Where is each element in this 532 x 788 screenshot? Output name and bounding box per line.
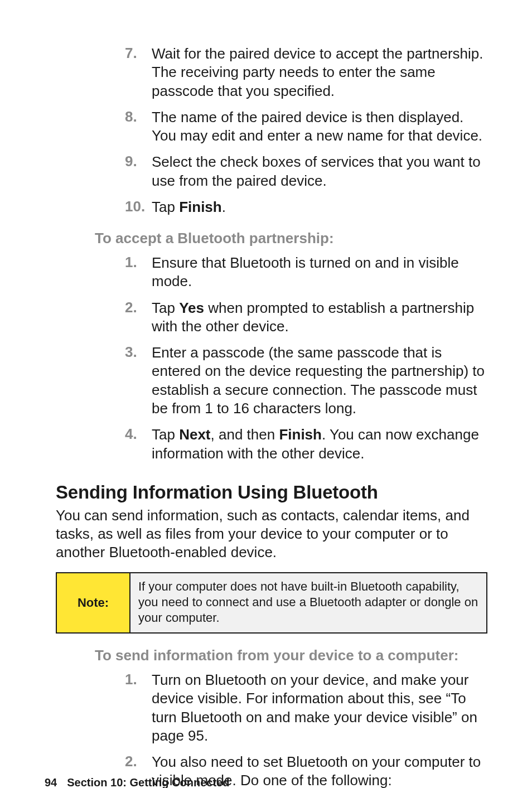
- text-run: Tap: [152, 199, 179, 215]
- note-body: If your computer does not have built-in …: [130, 573, 486, 632]
- list-text: Enter a passcode (the same passcode that…: [152, 344, 487, 418]
- page-footer: 94Section 10: Getting Connected: [45, 776, 229, 788]
- list-marker: 7.: [123, 45, 152, 100]
- list-text: Turn on Bluetooth on your device, and ma…: [152, 671, 487, 745]
- text-run: Tap: [152, 426, 179, 443]
- list-item: 1. Ensure that Bluetooth is turned on an…: [123, 254, 487, 291]
- page: 7. Wait for the paired device to accept …: [0, 0, 532, 788]
- list-marker: 1.: [123, 254, 152, 291]
- list-marker: 3.: [123, 344, 152, 418]
- note-label: Note:: [57, 573, 130, 632]
- section-title: Section 10: Getting Connected: [67, 776, 229, 788]
- bold-run: Finish: [279, 426, 322, 443]
- list-text: Ensure that Bluetooth is turned on and i…: [152, 254, 487, 291]
- subheading-accept: To accept a Bluetooth partnership:: [95, 230, 487, 247]
- intro-paragraph: You can send information, such as contac…: [56, 506, 487, 562]
- list-section-a: 7. Wait for the paired device to accept …: [123, 45, 487, 216]
- page-number: 94: [45, 776, 57, 788]
- list-section-b: 1. Ensure that Bluetooth is turned on an…: [123, 254, 487, 463]
- text-run: Tap: [152, 299, 179, 316]
- text-run: , and then: [211, 426, 279, 443]
- list-text: Tap Finish.: [152, 198, 226, 216]
- bold-run: Yes: [179, 299, 204, 316]
- list-text: The name of the paired device is then di…: [152, 108, 487, 146]
- list-marker: 8.: [123, 108, 152, 146]
- list-item: 1. Turn on Bluetooth on your device, and…: [123, 671, 487, 745]
- list-text: Tap Next, and then Finish. You can now e…: [152, 426, 487, 463]
- list-marker: 4.: [123, 426, 152, 463]
- list-text: Select the check boxes of services that …: [152, 153, 487, 190]
- list-item: 10. Tap Finish.: [123, 198, 487, 216]
- list-marker: 9.: [123, 153, 152, 190]
- subheading-send: To send information from your device to …: [95, 647, 487, 664]
- text-run: .: [222, 199, 226, 215]
- list-item: 9. Select the check boxes of services th…: [123, 153, 487, 190]
- list-text: Tap Yes when prompted to establish a par…: [152, 299, 487, 336]
- list-text: Wait for the paired device to accept the…: [152, 45, 487, 100]
- list-item: 2. Tap Yes when prompted to establish a …: [123, 299, 487, 336]
- list-item: 4. Tap Next, and then Finish. You can no…: [123, 426, 487, 463]
- bold-run: Next: [179, 426, 210, 443]
- list-marker: 10.: [123, 198, 152, 216]
- bold-run: Finish: [179, 199, 222, 215]
- list-marker: 2.: [123, 299, 152, 336]
- list-section-c: 1. Turn on Bluetooth on your device, and…: [123, 671, 487, 788]
- list-marker: 1.: [123, 671, 152, 745]
- list-item: 7. Wait for the paired device to accept …: [123, 45, 487, 100]
- list-item: 3. Enter a passcode (the same passcode t…: [123, 344, 487, 418]
- heading-sending-info: Sending Information Using Bluetooth: [56, 482, 487, 503]
- list-item: 8. The name of the paired device is then…: [123, 108, 487, 146]
- note-box: Note: If your computer does not have bui…: [56, 572, 487, 634]
